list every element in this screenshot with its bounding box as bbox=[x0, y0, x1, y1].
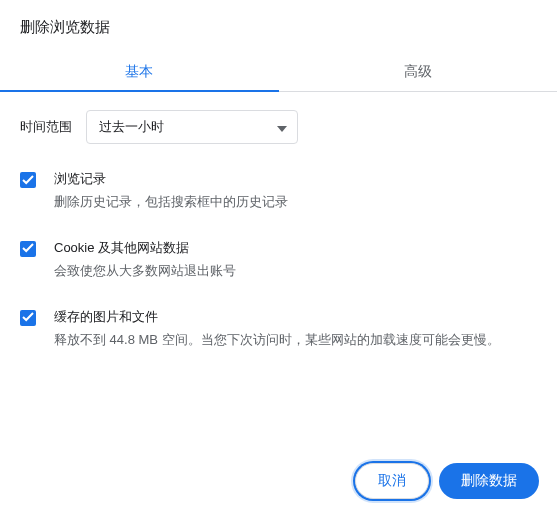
checkbox-browsing-history[interactable] bbox=[20, 172, 36, 188]
checkbox-cookies[interactable] bbox=[20, 241, 36, 257]
option-cookies: Cookie 及其他网站数据 会致使您从大多数网站退出账号 bbox=[20, 239, 537, 282]
option-browsing-history: 浏览记录 删除历史记录，包括搜索框中的历史记录 bbox=[20, 170, 537, 213]
tabs: 基本 高级 bbox=[0, 51, 557, 92]
time-range-label: 时间范围 bbox=[20, 118, 72, 136]
check-icon bbox=[22, 241, 34, 256]
tab-advanced[interactable]: 高级 bbox=[279, 51, 558, 91]
chevron-down-icon bbox=[277, 120, 287, 135]
tab-basic[interactable]: 基本 bbox=[0, 51, 279, 91]
option-desc: 会致使您从大多数网站退出账号 bbox=[54, 261, 537, 282]
time-range-value: 过去一小时 bbox=[99, 118, 164, 136]
check-icon bbox=[22, 173, 34, 188]
dialog-title: 删除浏览数据 bbox=[0, 0, 557, 51]
options-list: 浏览记录 删除历史记录，包括搜索框中的历史记录 Cookie 及其他网站数据 会… bbox=[20, 170, 537, 350]
option-title: Cookie 及其他网站数据 bbox=[54, 239, 537, 257]
dialog-footer: 取消 删除数据 bbox=[355, 463, 539, 499]
checkbox-cache[interactable] bbox=[20, 310, 36, 326]
check-icon bbox=[22, 310, 34, 325]
option-title: 浏览记录 bbox=[54, 170, 537, 188]
time-range-select[interactable]: 过去一小时 bbox=[86, 110, 298, 144]
clear-data-button[interactable]: 删除数据 bbox=[439, 463, 539, 499]
option-desc: 删除历史记录，包括搜索框中的历史记录 bbox=[54, 192, 537, 213]
cancel-button[interactable]: 取消 bbox=[355, 463, 429, 499]
option-desc: 释放不到 44.8 MB 空间。当您下次访问时，某些网站的加载速度可能会更慢。 bbox=[54, 330, 537, 351]
option-title: 缓存的图片和文件 bbox=[54, 308, 537, 326]
time-range-row: 时间范围 过去一小时 bbox=[20, 110, 537, 144]
option-cache: 缓存的图片和文件 释放不到 44.8 MB 空间。当您下次访问时，某些网站的加载… bbox=[20, 308, 537, 351]
